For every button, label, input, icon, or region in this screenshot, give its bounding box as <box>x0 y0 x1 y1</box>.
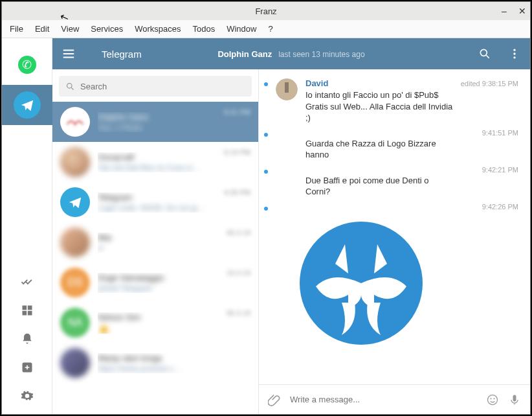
avatar <box>60 107 90 137</box>
svg-point-7 <box>488 395 498 404</box>
avatar <box>60 348 90 378</box>
checkmarks-icon[interactable] <box>21 275 34 288</box>
svg-point-5 <box>67 83 72 88</box>
avatar <box>60 147 90 177</box>
telegram-header: Telegram Dolphin Ganz last seen 13 minut… <box>52 38 530 69</box>
search-input[interactable] <box>80 82 245 91</box>
emoji-icon[interactable] <box>486 393 499 406</box>
menubar: File Edit View Services Workspaces Todos… <box>2 20 530 38</box>
unread-dot <box>264 207 268 211</box>
avatar: NA <box>60 308 90 338</box>
chat-item[interactable]: Miaci 05.3.19 <box>52 222 258 262</box>
avatar <box>60 227 90 257</box>
sidebar-service-whatsapp[interactable] <box>2 45 52 85</box>
svg-point-9 <box>494 398 495 399</box>
chat-time: 10.3.19 <box>227 269 250 277</box>
message-text: Io intanto gli Faccio un po' di $Pub$ Gr… <box>305 89 454 124</box>
search-box[interactable] <box>59 76 252 97</box>
menu-services[interactable]: Services <box>91 24 123 34</box>
titlebar: ↖ Franz – ✕ <box>2 2 530 20</box>
hamburger-icon[interactable] <box>61 47 76 61</box>
conversation: David edited 9:38:15 PM Io intanto gli F… <box>259 69 530 414</box>
chat-time: 4:28 PM <box>224 189 250 196</box>
chat-item[interactable]: NA Nelson Sim👍 05.3.19 <box>52 303 258 343</box>
svg-point-2 <box>513 49 515 51</box>
gear-icon[interactable] <box>21 389 34 402</box>
whatsapp-icon <box>18 56 36 74</box>
message-text: Due Baffi e poi come due Denti o Corni? <box>305 175 454 198</box>
bell-icon[interactable] <box>21 332 34 345</box>
svg-point-4 <box>513 56 515 58</box>
message-timestamp: 9:42:26 PM <box>482 203 518 211</box>
chat-preview: ci <box>98 244 219 253</box>
chat-list: Dolphin GanzYou: 1 Photo 8:41 PM Osnacra… <box>52 69 259 414</box>
close-button[interactable]: ✕ <box>517 6 527 16</box>
chat-name: Nelson Sim <box>98 312 219 322</box>
chat-time: 6:19 PM <box>224 148 250 156</box>
chat-name: Osnacraft <box>98 152 216 162</box>
sender-avatar[interactable] <box>276 78 298 100</box>
chat-name: Telegram <box>98 192 216 202</box>
message-timestamp: 9:41:51 PM <box>482 129 518 137</box>
menu-todos[interactable]: Todos <box>192 24 215 34</box>
svg-point-3 <box>513 52 515 54</box>
unread-dot <box>264 82 268 86</box>
header-contact-status: last seen 13 minutes ago <box>278 50 364 59</box>
search-icon[interactable] <box>478 47 491 60</box>
minimize-button[interactable]: – <box>499 6 509 16</box>
chat-preview: Hai vita that Bisz la Cosa si… <box>98 163 216 172</box>
window-title: Franz <box>255 6 276 16</box>
avatar <box>60 187 90 217</box>
search-field-icon <box>65 82 75 91</box>
chat-preview: joined Telegram <box>98 284 219 293</box>
telegram-icon <box>14 91 41 119</box>
chat-time: 8:41 PM <box>224 108 250 116</box>
avatar: DS <box>60 268 90 297</box>
menu-help[interactable]: ? <box>268 24 272 34</box>
chat-preview: 👍 <box>98 323 219 334</box>
microphone-icon[interactable] <box>508 393 521 406</box>
chat-item[interactable]: Dolphin GanzYou: 1 Photo 8:41 PM <box>52 102 258 142</box>
chat-item[interactable]: Manju dani longahttps://www.youtube.c… <box>52 343 258 383</box>
menu-window[interactable]: Window <box>227 24 256 34</box>
svg-point-8 <box>491 398 492 399</box>
menu-file[interactable]: File <box>10 24 23 34</box>
message-composer <box>259 384 530 414</box>
chat-time: 05.3.19 <box>227 229 250 237</box>
plus-icon[interactable] <box>21 361 34 374</box>
message-input[interactable] <box>290 395 477 404</box>
unread-dot <box>264 170 268 174</box>
header-contact-name[interactable]: Dolphin Ganz <box>217 49 272 59</box>
sender-name[interactable]: David <box>305 78 328 88</box>
chat-item[interactable]: OsnacraftHai vita that Bisz la Cosa si… … <box>52 142 258 182</box>
message-timestamp: edited 9:38:15 PM <box>461 80 518 87</box>
sidebar-service-telegram[interactable] <box>2 85 52 125</box>
menu-view[interactable]: View <box>61 24 79 34</box>
chat-time: 05.3.19 <box>227 309 250 317</box>
chat-name: Mia <box>98 233 219 242</box>
unread-dot <box>264 133 268 137</box>
franz-sidebar <box>2 38 52 414</box>
svg-rect-10 <box>513 395 516 401</box>
menu-workspaces[interactable]: Workspaces <box>135 24 181 34</box>
message-timestamp: 9:42:21 PM <box>482 166 518 174</box>
svg-point-1 <box>480 49 487 56</box>
message-text: Guarda che Razza di Logo Bizzare hanno <box>305 138 454 161</box>
chat-item[interactable]: DS Doge Salvataggiojoined Telegram 10.3.… <box>52 262 258 303</box>
chat-name: Manju dani longa <box>98 353 243 363</box>
chat-preview: You: 1 Photo <box>98 123 216 132</box>
chat-preview: https://www.youtube.c… <box>98 364 243 373</box>
chat-preview: Login code: 40438. Do not gi… <box>98 203 216 213</box>
grid-icon[interactable] <box>21 304 34 317</box>
chat-name: Dolphin Ganz <box>98 112 216 122</box>
app-name: Telegram <box>102 49 142 60</box>
more-icon[interactable] <box>508 47 521 60</box>
sticker-image[interactable] <box>296 218 426 348</box>
chat-name: Doge Salvataggio <box>98 273 219 283</box>
menu-edit[interactable]: Edit <box>35 24 49 34</box>
attach-icon[interactable] <box>268 393 281 406</box>
chat-item[interactable]: TelegramLogin code: 40438. Do not gi… 4:… <box>52 182 258 222</box>
